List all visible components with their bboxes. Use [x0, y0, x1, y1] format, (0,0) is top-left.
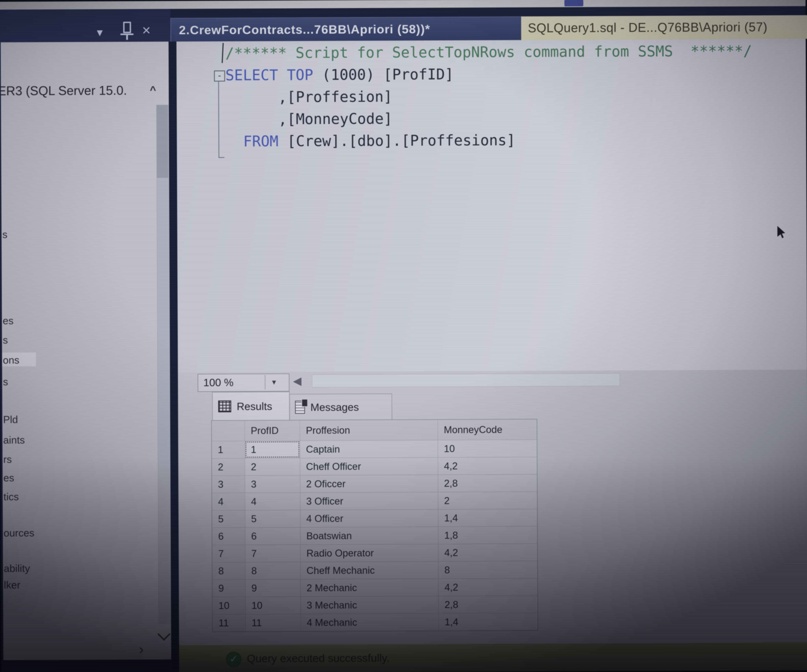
cell-profid[interactable]: 3 [245, 475, 300, 493]
chevron-down-icon[interactable] [158, 628, 170, 641]
tree-item[interactable]: Pld [3, 414, 18, 425]
cell-proffesion[interactable]: 3 Officer [300, 492, 438, 510]
cell-proffesion[interactable]: 2 Oficcer [300, 475, 438, 493]
table-row: 1 1 Captain 10 [212, 440, 537, 458]
cell-proffesion[interactable]: 3 Mechanic [301, 596, 438, 614]
messages-tab-label: Messages [310, 401, 359, 413]
cell-monneycode[interactable]: 1,4 [438, 509, 537, 527]
cell-monneycode[interactable]: 2,8 [438, 474, 537, 492]
cell-monneycode[interactable]: 4,2 [438, 578, 538, 596]
tree-item[interactable]: s [3, 334, 8, 346]
cell-monneycode[interactable]: 1,8 [438, 526, 538, 544]
cell-proffesion[interactable]: Captain [300, 440, 438, 458]
tree-item[interactable]: s [2, 228, 7, 240]
tree-item[interactable]: ources [3, 527, 34, 539]
cell-monneycode[interactable]: 8 [438, 561, 538, 579]
tab-sqlquery1[interactable]: SQLQuery1.sql - DE...Q76BB\Apriori (57) [521, 15, 807, 40]
hscroll-thumb[interactable] [312, 373, 620, 387]
cell-profid[interactable]: 7 [245, 545, 300, 562]
cell-proffesion[interactable]: Cheff Officer [300, 457, 438, 475]
fold-guide-line [218, 81, 219, 157]
tree-item[interactable]: s [3, 376, 8, 388]
zoom-dropdown-icon[interactable]: ▼ [271, 374, 277, 390]
tree-item[interactable]: aints [3, 434, 25, 446]
cell-monneycode[interactable]: 4,2 [438, 457, 537, 475]
row-number[interactable]: 11 [213, 614, 246, 632]
cell-profid[interactable]: 2 [245, 458, 300, 475]
row-number[interactable]: 10 [212, 597, 245, 614]
pin-bar [120, 33, 133, 35]
pin-icon[interactable] [120, 22, 134, 40]
cell-proffesion[interactable]: Radio Operator [300, 544, 438, 562]
editor-zoom-control[interactable]: 100 % ▼ [198, 374, 289, 392]
row-number[interactable]: 3 [212, 476, 245, 493]
cell-monneycode[interactable]: 2,8 [438, 596, 538, 613]
ssms-window: ▾ × 2.CrewForContracts...76BB\Apriori (5… [0, 0, 807, 672]
chevron-right-icon[interactable]: › [139, 641, 144, 657]
sidebar-scrollbar-thumb[interactable] [157, 105, 168, 178]
close-icon[interactable]: × [142, 25, 151, 36]
tab-messages[interactable]: Messages [289, 393, 392, 420]
cell-monneycode[interactable]: 4,2 [438, 544, 538, 561]
code-line[interactable]: ,[Proffesion] [226, 84, 752, 108]
table-row: 2 2 Cheff Officer 4,2 [212, 457, 537, 476]
server-node-label[interactable]: ER3 (SQL Server 15.0. [1, 83, 127, 98]
row-number[interactable]: 4 [212, 493, 245, 511]
cell-monneycode[interactable]: 10 [438, 440, 537, 457]
cell-profid[interactable]: 8 [245, 562, 301, 579]
tree-item[interactable]: lker [4, 579, 20, 591]
table-row: 10 10 3 Mechanic 2,8 [212, 596, 538, 614]
status-message: Query executed successfully. [247, 644, 390, 672]
screen-top-strip [0, 0, 805, 10]
tree-item-selected[interactable]: ons [3, 354, 19, 366]
row-number[interactable]: 1 [212, 441, 245, 458]
cell-profid-selected[interactable]: 1 [245, 441, 300, 458]
cell-profid[interactable]: 9 [245, 579, 301, 597]
grid-header-row: ProfID Proffesion MonneyCode [211, 419, 537, 441]
code-line[interactable]: FROM [Crew].[dbo].[Proffesions] [226, 128, 752, 152]
column-header-profid[interactable]: ProfID [244, 420, 300, 441]
tree-item[interactable]: tics [3, 491, 19, 503]
row-number[interactable]: 5 [212, 510, 245, 528]
code-line[interactable]: SELECT TOP (1000) [ProfID] [226, 62, 752, 86]
sql-keyword: FROM [226, 133, 287, 150]
cell-profid[interactable]: 5 [245, 510, 300, 528]
row-number[interactable]: 6 [212, 528, 245, 545]
cell-proffesion[interactable]: Boatswian [300, 527, 438, 545]
tab-crewforcontracts[interactable]: 2.CrewForContracts...76BB\Apriori (58))* [170, 17, 523, 42]
table-row: 11 11 4 Mechanic 1,4 [213, 613, 538, 632]
tab-results[interactable]: Results [212, 392, 290, 420]
row-number[interactable]: 9 [212, 580, 245, 597]
cell-profid[interactable]: 4 [245, 493, 300, 510]
grid-corner[interactable] [211, 420, 244, 441]
row-number[interactable]: 8 [212, 562, 245, 580]
window-menu-icon[interactable]: ▾ [97, 26, 103, 38]
results-grid: ProfID Proffesion MonneyCode 1 1 Captain… [211, 419, 538, 632]
tree-item[interactable]: es [3, 472, 14, 484]
cell-monneycode[interactable]: 1,4 [438, 613, 538, 631]
cell-profid[interactable]: 10 [245, 597, 301, 614]
cell-monneycode[interactable]: 2 [438, 492, 537, 509]
cell-proffesion[interactable]: 2 Mechanic [301, 579, 438, 597]
cell-proffesion[interactable]: 4 Mechanic [301, 613, 438, 631]
code-line[interactable]: /****** Script for SelectTopNRows comman… [225, 40, 752, 64]
code-fold-icon[interactable]: - [214, 71, 225, 81]
row-number[interactable]: 2 [212, 458, 245, 476]
row-number[interactable]: 7 [212, 545, 245, 563]
hscroll-left-icon[interactable]: ◀ [293, 375, 301, 387]
sql-editor[interactable]: - /****** Script for SelectTopNRows comm… [176, 39, 807, 372]
tree-item[interactable]: rs [3, 454, 12, 465]
collapse-chevron-icon[interactable]: ^ [150, 84, 156, 96]
sidebar-scrollbar[interactable] [156, 104, 171, 624]
tree-item[interactable]: es [3, 315, 13, 327]
code-line[interactable]: ,[MonneyCode] [226, 106, 752, 130]
column-header-monneycode[interactable]: MonneyCode [438, 419, 537, 440]
cell-proffesion[interactable]: 4 Officer [300, 509, 438, 527]
zoom-level: 100 % [203, 374, 234, 391]
code-block[interactable]: /****** Script for SelectTopNRows comman… [225, 40, 752, 152]
tree-item[interactable]: ability [4, 562, 30, 574]
column-header-proffesion[interactable]: Proffesion [300, 420, 438, 441]
cell-profid[interactable]: 6 [245, 527, 300, 545]
cell-profid[interactable]: 11 [246, 614, 301, 632]
cell-proffesion[interactable]: Cheff Mechanic [301, 561, 438, 579]
